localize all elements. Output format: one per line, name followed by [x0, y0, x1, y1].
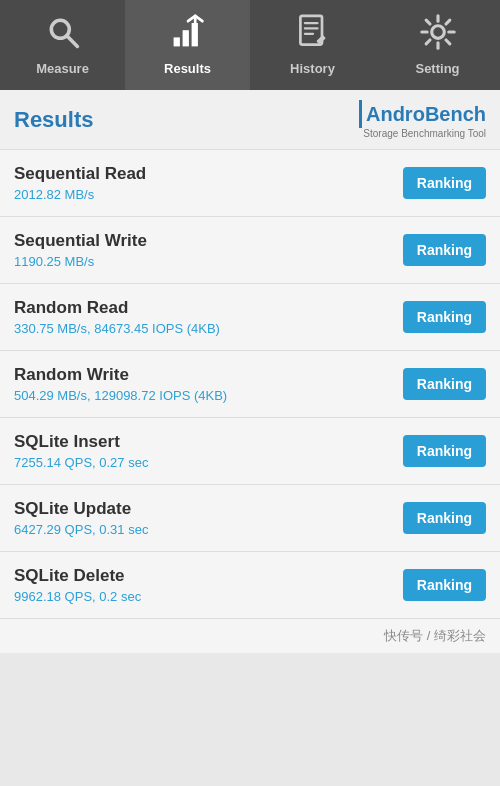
- svg-point-11: [431, 26, 444, 39]
- nav-item-results[interactable]: Results: [125, 0, 250, 90]
- result-value: 2012.82 MB/s: [14, 187, 403, 202]
- brand-bar-decoration: [359, 100, 362, 128]
- result-row: Random Write504.29 MB/s, 129098.72 IOPS …: [0, 351, 500, 418]
- ranking-button[interactable]: Ranking: [403, 435, 486, 467]
- result-text: SQLite Update6427.29 QPS, 0.31 sec: [14, 499, 403, 537]
- ranking-button[interactable]: Ranking: [403, 234, 486, 266]
- result-value: 9962.18 QPS, 0.2 sec: [14, 589, 403, 604]
- nav-label-measure: Measure: [36, 61, 89, 76]
- result-row: SQLite Delete9962.18 QPS, 0.2 secRanking: [0, 552, 500, 619]
- history-icon: [295, 14, 331, 55]
- nav-label-results: Results: [164, 61, 211, 76]
- result-text: SQLite Insert7255.14 QPS, 0.27 sec: [14, 432, 403, 470]
- measure-icon: [45, 14, 81, 55]
- setting-icon: [420, 14, 456, 55]
- result-row: Random Read330.75 MB/s, 84673.45 IOPS (4…: [0, 284, 500, 351]
- results-page-title: Results: [14, 107, 93, 133]
- results-header: Results AndroBench Storage Benchmarking …: [0, 90, 500, 150]
- ranking-button[interactable]: Ranking: [403, 167, 486, 199]
- result-text: Sequential Read2012.82 MB/s: [14, 164, 403, 202]
- brand-name: AndroBench: [366, 103, 486, 126]
- result-text: Random Write504.29 MB/s, 129098.72 IOPS …: [14, 365, 403, 403]
- results-icon: [170, 14, 206, 55]
- result-value: 504.29 MB/s, 129098.72 IOPS (4KB): [14, 388, 403, 403]
- result-name: Random Read: [14, 298, 403, 318]
- svg-rect-2: [173, 37, 179, 46]
- result-text: Sequential Write1190.25 MB/s: [14, 231, 403, 269]
- nav-item-history[interactable]: History: [250, 0, 375, 90]
- ranking-button[interactable]: Ranking: [403, 301, 486, 333]
- result-row: Sequential Read2012.82 MB/sRanking: [0, 150, 500, 217]
- result-text: Random Read330.75 MB/s, 84673.45 IOPS (4…: [14, 298, 403, 336]
- svg-rect-3: [182, 30, 188, 46]
- results-list: Sequential Read2012.82 MB/sRankingSequen…: [0, 150, 500, 619]
- ranking-button[interactable]: Ranking: [403, 368, 486, 400]
- nav-label-setting: Setting: [415, 61, 459, 76]
- svg-line-19: [426, 40, 430, 44]
- result-name: Sequential Read: [14, 164, 403, 184]
- svg-line-17: [446, 40, 450, 44]
- result-row: Sequential Write1190.25 MB/sRanking: [0, 217, 500, 284]
- svg-line-18: [446, 20, 450, 24]
- result-text: SQLite Delete9962.18 QPS, 0.2 sec: [14, 566, 403, 604]
- result-row: SQLite Update6427.29 QPS, 0.31 secRankin…: [0, 485, 500, 552]
- svg-line-1: [66, 36, 77, 47]
- nav-item-setting[interactable]: Setting: [375, 0, 500, 90]
- nav-label-history: History: [290, 61, 335, 76]
- watermark: 快传号 / 绮彩社会: [0, 619, 500, 653]
- brand-area: AndroBench Storage Benchmarking Tool: [359, 100, 486, 139]
- result-name: SQLite Update: [14, 499, 403, 519]
- result-name: Random Write: [14, 365, 403, 385]
- ranking-button[interactable]: Ranking: [403, 569, 486, 601]
- brand-prefix: Andro: [366, 103, 425, 125]
- result-name: SQLite Delete: [14, 566, 403, 586]
- brand-sub-title: Storage Benchmarking Tool: [363, 128, 486, 139]
- result-value: 6427.29 QPS, 0.31 sec: [14, 522, 403, 537]
- result-value: 7255.14 QPS, 0.27 sec: [14, 455, 403, 470]
- result-row: SQLite Insert7255.14 QPS, 0.27 secRankin…: [0, 418, 500, 485]
- nav-bar: Measure Results: [0, 0, 500, 90]
- result-value: 330.75 MB/s, 84673.45 IOPS (4KB): [14, 321, 403, 336]
- svg-line-16: [426, 20, 430, 24]
- result-name: SQLite Insert: [14, 432, 403, 452]
- ranking-button[interactable]: Ranking: [403, 502, 486, 534]
- svg-rect-4: [191, 23, 197, 46]
- result-value: 1190.25 MB/s: [14, 254, 403, 269]
- result-name: Sequential Write: [14, 231, 403, 251]
- nav-item-measure[interactable]: Measure: [0, 0, 125, 90]
- brand-suffix: Bench: [425, 103, 486, 125]
